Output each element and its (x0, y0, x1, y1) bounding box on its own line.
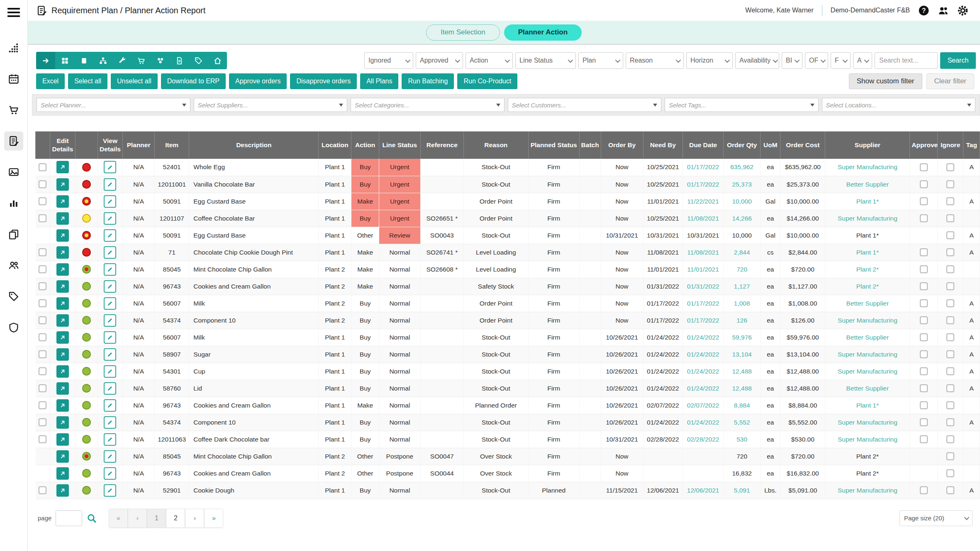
edit-details-button[interactable] (56, 178, 69, 191)
approve-checkbox[interactable] (920, 316, 928, 324)
sidebar-item-shopping-cart-icon[interactable] (4, 100, 23, 119)
ignore-checkbox[interactable] (946, 333, 954, 341)
approve-checkbox[interactable] (920, 282, 928, 290)
show-custom-filter-button[interactable]: Show custom filter (849, 73, 922, 89)
select-checkbox[interactable] (39, 163, 46, 171)
approve-orders-button[interactable]: Approve orders (229, 73, 287, 89)
edit-details-button[interactable] (56, 161, 69, 173)
select-checkbox[interactable] (39, 316, 46, 324)
dropdown-approved[interactable]: Approved (416, 52, 463, 69)
go-to-page-search-icon[interactable] (86, 513, 97, 524)
approve-checkbox[interactable] (920, 265, 928, 273)
edit-details-button[interactable] (56, 416, 69, 429)
approve-checkbox[interactable] (920, 180, 928, 188)
select-checkbox[interactable] (39, 350, 46, 358)
due-date-link[interactable]: 01/17/2022 (687, 181, 719, 188)
approve-checkbox[interactable] (920, 248, 928, 256)
edit-details-button[interactable] (56, 246, 69, 259)
ignore-checkbox[interactable] (946, 418, 954, 426)
dropdown-action[interactable]: Action (466, 52, 513, 69)
due-date-link[interactable]: 12/06/2021 (687, 487, 719, 494)
edit-details-button[interactable] (56, 263, 69, 276)
order-qty-link[interactable]: 12,488 (732, 368, 751, 375)
edit-details-button[interactable] (56, 297, 69, 310)
select-tags-multiselect[interactable]: Select Tags... (665, 98, 819, 112)
gear-icon[interactable] (957, 5, 968, 16)
select-planner-multiselect[interactable]: Select Planner... (37, 98, 190, 112)
download-to-erp-button[interactable]: Download to ERP (161, 73, 226, 89)
approve-checkbox[interactable] (920, 401, 928, 409)
due-date-link[interactable]: 11/01/2021 (687, 266, 719, 273)
excel-button[interactable]: Excel (36, 73, 65, 89)
toolbar-home-icon[interactable] (208, 52, 227, 69)
ignore-checkbox[interactable] (946, 197, 954, 205)
select-all-button[interactable]: Select all (68, 73, 107, 89)
approve-checkbox[interactable] (920, 197, 928, 205)
view-details-button[interactable] (104, 178, 116, 191)
order-qty-link[interactable]: 635,962 (730, 163, 753, 170)
order-qty-link[interactable]: 13,104 (732, 351, 751, 358)
view-details-button[interactable] (104, 280, 116, 293)
ignore-checkbox[interactable] (946, 350, 954, 358)
supplier-link[interactable]: Plant 1* (856, 402, 879, 409)
order-qty-link[interactable]: 5,091 (734, 487, 750, 494)
select-checkbox[interactable] (39, 180, 46, 188)
approve-checkbox[interactable] (920, 486, 928, 494)
ignore-checkbox[interactable] (946, 469, 954, 477)
select-checkbox[interactable] (39, 282, 46, 290)
toolbar-shopping-cart-icon[interactable] (132, 52, 151, 69)
supplier-link[interactable]: Plant 2* (856, 266, 879, 273)
page-1-button[interactable]: 1 (147, 509, 166, 528)
select-checkbox[interactable] (39, 401, 46, 409)
supplier-link[interactable]: Super Manufacturing (838, 215, 897, 222)
due-date-link[interactable]: 01/24/2022 (687, 368, 719, 375)
order-qty-link[interactable]: 14,266 (732, 215, 751, 222)
hamburger-menu-icon[interactable] (7, 6, 20, 19)
view-details-button[interactable] (104, 229, 116, 242)
toolbar-grid-icon[interactable] (55, 52, 74, 69)
sidebar-item-tag-icon[interactable] (4, 287, 23, 306)
edit-details-button[interactable] (56, 195, 69, 208)
select-checkbox[interactable] (39, 214, 46, 222)
ignore-checkbox[interactable] (946, 231, 954, 239)
order-qty-link[interactable]: 59,976 (732, 334, 751, 341)
ignore-checkbox[interactable] (946, 435, 954, 443)
next-page-button[interactable]: › (185, 509, 204, 528)
supplier-link[interactable]: Super Manufacturing (838, 351, 897, 358)
approve-checkbox[interactable] (920, 350, 928, 358)
run-batching-button[interactable]: Run Batching (402, 73, 454, 89)
select-checkbox[interactable] (39, 333, 46, 341)
ignore-checkbox[interactable] (946, 163, 954, 171)
order-qty-link[interactable]: 25,373 (732, 181, 751, 188)
toolbar-document-icon[interactable] (170, 52, 189, 69)
order-qty-link[interactable]: 1,008 (734, 300, 750, 307)
edit-details-button[interactable] (56, 212, 69, 225)
due-date-link[interactable]: 01/17/2022 (687, 317, 719, 324)
toolbar-tag-icon[interactable] (189, 52, 208, 69)
select-checkbox[interactable] (39, 299, 46, 307)
view-details-button[interactable] (104, 195, 116, 208)
select-checkbox[interactable] (39, 197, 46, 205)
select-checkbox[interactable] (39, 486, 46, 494)
supplier-link[interactable]: Better Supplier (846, 385, 889, 392)
due-date-link[interactable]: 02/07/2022 (687, 402, 719, 409)
supplier-link[interactable]: Super Manufacturing (838, 317, 897, 324)
dropdown-reason[interactable]: Reason (626, 52, 684, 69)
due-date-link[interactable]: 01/17/2022 (687, 300, 719, 307)
dropdown-availability[interactable]: Availability (735, 52, 779, 69)
run-co-product-button[interactable]: Run Co-Product (457, 73, 517, 89)
ignore-checkbox[interactable] (946, 265, 954, 273)
supplier-link[interactable]: Super Manufacturing (838, 487, 897, 494)
select-checkbox[interactable] (39, 418, 46, 426)
sidebar-item-users-icon[interactable] (4, 256, 23, 275)
disapprove-orders-button[interactable]: Disapprove orders (290, 73, 357, 89)
supplier-link[interactable]: Super Manufacturing (838, 419, 897, 426)
edit-details-button[interactable] (56, 365, 69, 378)
approve-checkbox[interactable] (920, 418, 928, 426)
ignore-checkbox[interactable] (946, 282, 954, 290)
order-qty-link[interactable]: 10,000 (732, 198, 751, 205)
supplier-link[interactable]: Better Supplier (846, 181, 889, 188)
sidebar-item-bar-chart-icon[interactable] (4, 194, 23, 213)
approve-checkbox[interactable] (920, 435, 928, 443)
supplier-link[interactable]: Super Manufacturing (838, 436, 897, 443)
